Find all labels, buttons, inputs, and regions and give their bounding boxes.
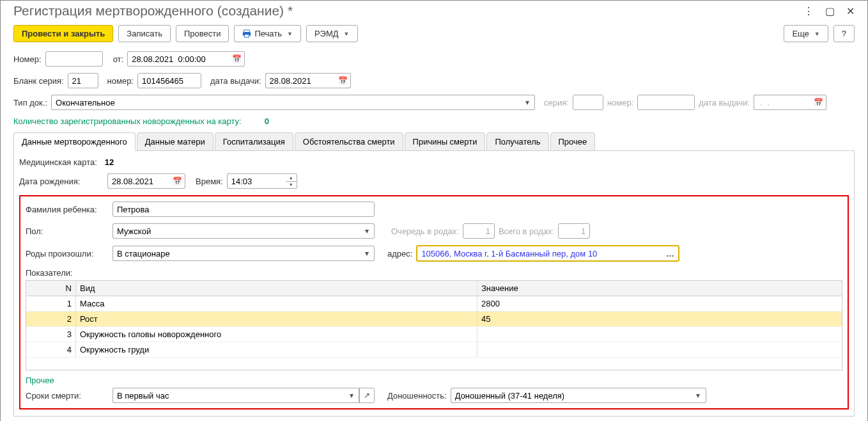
blank-number-label: номер: [107,76,134,86]
calendar-icon[interactable]: 📅 [170,173,185,189]
surname-input[interactable] [112,202,375,217]
issue-date-label: дата выдачи: [210,76,261,86]
birthdate-input[interactable] [107,173,170,189]
tab-death-causes[interactable]: Причины смерти [405,132,486,151]
count-newborn-value: 0 [265,116,269,126]
death-time-label: Сроки смерти: [26,391,109,401]
cell-value [477,342,842,357]
print-label: Печать [254,29,282,38]
chevron-down-icon[interactable]: ▾ [359,223,375,239]
cell-value [477,327,842,342]
from-date-input[interactable] [127,51,229,67]
table-row[interactable]: 4 Окружность груди [26,342,842,358]
tab-mother-data[interactable]: Данные матери [137,132,213,151]
maximize-icon[interactable]: ▢ [825,5,835,17]
birthplace-label: Роды произошли: [26,249,109,258]
svg-rect-2 [245,34,249,36]
help-button[interactable]: ? [833,25,855,42]
cell-n: 4 [26,342,76,357]
indicators-table[interactable]: N Вид Значение 1 Масса 2800 2 Рост 45 3 … [26,280,842,370]
chevron-down-icon[interactable]: ▾ [691,388,706,403]
close-icon[interactable]: ✕ [846,5,855,17]
doctype-input[interactable] [51,95,520,110]
time-label: Время: [196,177,223,186]
term-input[interactable] [451,388,691,403]
cell-value: 2800 [477,296,842,311]
blank-number-input[interactable] [137,73,201,88]
more-button[interactable]: Еще▼ [784,25,828,42]
gender-input[interactable] [112,223,359,239]
record-button[interactable]: Записать [118,25,171,42]
surname-label: Фамилия ребенка: [26,205,109,214]
cell-value: 45 [477,312,842,326]
print-button[interactable]: Печать▼ [234,25,301,42]
calendar-icon[interactable]: 📅 [336,73,351,88]
queue-label: Очередь в родах: [391,226,459,236]
address-picker-button[interactable]: … [662,245,679,262]
blank-series-input[interactable] [68,73,98,88]
series2-input [573,95,603,110]
tab-stillborn-data[interactable]: Данные мертворожденного [13,132,136,151]
number-input[interactable] [45,51,103,67]
tab-bar: Данные мертворожденного Данные матери Го… [13,132,855,151]
number-label: Номер: [13,54,42,64]
table-row[interactable]: 3 Окружность головы новорожденного [26,327,842,342]
queue-input [463,223,495,239]
medcard-value: 12 [105,157,114,167]
blank-series-label: Бланк серия: [13,76,64,86]
other-section-label: Прочее [26,376,54,385]
tab-death-circumstances[interactable]: Обстоятельства смерти [295,132,403,151]
birthplace-input[interactable] [112,246,359,261]
chevron-down-icon[interactable]: ▾ [359,246,375,261]
number2-label: номер: [607,98,633,107]
more-label: Еще [792,29,809,38]
issue-date-input[interactable] [265,73,336,88]
cell-n: 2 [26,312,76,326]
col-header-n: N [26,281,76,296]
remd-button[interactable]: РЭМД▼ [306,25,358,42]
number2-input [637,95,695,110]
total-input [558,223,590,239]
chevron-down-icon[interactable]: ▾ [520,95,535,110]
open-icon[interactable]: ↗ [359,388,375,403]
term-label: Доношенность: [387,391,447,401]
medcard-label: Медицинская карта: [19,157,97,167]
cell-type: Окружность головы новорожденного [76,327,477,342]
total-label: Всего в родах: [499,226,554,236]
tab-hospitalization[interactable]: Госпитализация [215,132,293,151]
address-input[interactable] [416,245,662,262]
tab-recipient[interactable]: Получатель [486,132,548,151]
table-row[interactable]: 1 Масса 2800 [26,296,842,312]
cell-type: Окружность груди [76,342,477,357]
address-label: адрес: [387,249,412,258]
post-button[interactable]: Провести [176,25,229,42]
from-label: от: [113,54,124,64]
count-newborn-label: Количество зарегистрированных новорожден… [13,116,242,126]
series2-label: серия: [544,98,569,107]
page-title: Регистрация мертворожденного (создание) … [13,3,293,19]
table-row[interactable]: 2 Рост 45 [26,312,842,327]
indicators-label: Показатели: [26,268,73,278]
gender-label: Пол: [26,226,109,236]
time-spinner[interactable]: ▲▼ [286,173,297,189]
kebab-menu-icon[interactable]: ⋮ [803,5,814,17]
calendar-icon: 📅 [811,95,826,110]
issue-date2-label: дата выдачи: [699,98,750,107]
printer-icon [242,29,251,38]
svg-rect-0 [244,29,250,32]
remd-label: РЭМД [314,29,339,38]
birthdate-label: Дата рождения: [19,177,104,186]
tab-other[interactable]: Прочее [550,132,596,151]
col-header-value: Значение [477,281,842,296]
cell-type: Рост [76,312,477,326]
cell-n: 1 [26,296,76,311]
issue-date2-input [754,95,811,110]
doctype-label: Тип док.: [13,98,47,107]
post-and-close-button[interactable]: Провести и закрыть [13,25,113,42]
col-header-type: Вид [76,281,477,296]
cell-type: Масса [76,296,477,311]
time-input[interactable] [227,173,286,189]
chevron-down-icon[interactable]: ▾ [344,388,359,403]
death-time-input[interactable] [112,388,344,403]
calendar-icon[interactable]: 📅 [229,51,245,67]
